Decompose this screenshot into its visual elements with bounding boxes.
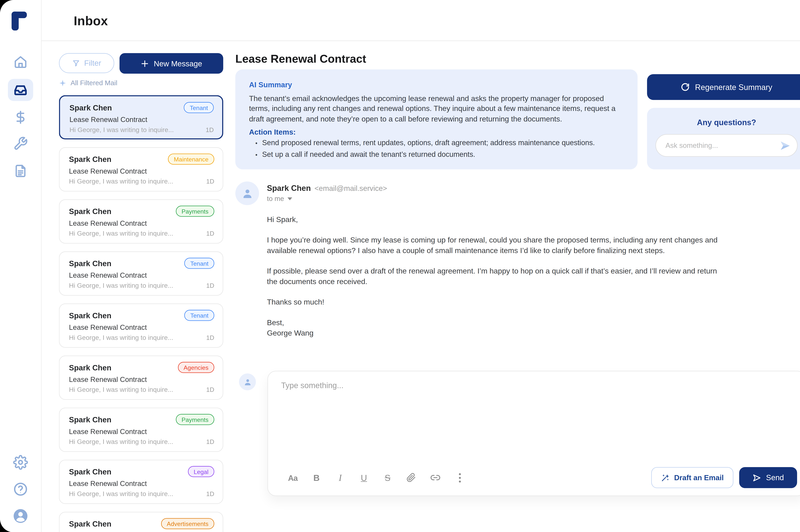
ai-summary-heading: AI Summary [249,80,623,89]
attachment-icon[interactable] [406,471,416,484]
bullet-icon: • [255,150,257,159]
email-time: 1D [206,178,214,185]
italic-button[interactable]: I [335,471,345,484]
email-list-item[interactable]: Spark Chen Tenant Lease Renewal Contract… [59,95,223,139]
email-snippet: Hi George, I was writing to inquire... [69,178,173,185]
help-icon[interactable] [13,481,28,497]
maintenance-icon[interactable] [13,136,28,151]
inbox-icon[interactable] [13,82,28,97]
email-subject: Lease Renewal Contract [69,428,214,436]
thread-title: Lease Renewal Contract [235,53,366,66]
plus-icon [141,59,149,68]
email-time: 1D [206,334,214,342]
settings-icon[interactable] [13,455,28,470]
draft-an-email-label: Draft an Email [674,473,724,482]
ask-send-button[interactable] [776,136,794,154]
ai-summary-panel: AI Summary The tenant’s email acknowledg… [235,69,638,169]
message-header: Spark Chen <email@mail.service> to me [267,184,387,202]
chevron-down-icon [287,197,292,200]
email-subject: Lease Renewal Contract [69,324,214,331]
email-snippet: Hi George, I was writing to inquire... [69,230,173,238]
user-avatar [239,374,256,390]
ai-summary-body: The tenant’s email acknowledges the upco… [249,94,622,124]
ask-input-wrap [656,134,798,157]
text-style-button[interactable]: Aa [288,471,297,484]
send-button[interactable]: Send [739,467,797,488]
email-subject: Lease Renewal Contract [69,271,214,280]
payments-icon[interactable] [13,110,28,125]
new-message-button[interactable]: New Message [120,53,223,74]
email-tag: Payments [176,206,214,217]
action-item-text: Send proposed renewal terms, rent update… [262,138,595,148]
email-list-item[interactable]: Spark Chen Agencies Lease Renewal Contra… [59,356,223,400]
email-subject: Lease Renewal Contract [69,376,214,384]
documents-icon[interactable] [13,164,28,178]
app-window: Inbox Filter New Message All Filtered Ma… [0,0,800,532]
email-snippet: Hi George, I was writing to inquire... [69,334,173,342]
strikethrough-button[interactable]: S [383,471,392,484]
email-list-item[interactable]: Spark Chen Legal Lease Renewal Contract … [59,460,223,504]
regenerate-summary-label: Regenerate Summary [695,83,772,92]
email-sender: Spark Chen [70,103,112,112]
email-tag: Maintenance [168,154,214,165]
bold-button[interactable]: B [312,471,321,484]
email-list-item[interactable]: Spark Chen Maintenance Lease Renewal Con… [59,147,223,191]
email-sender: Spark Chen [69,468,111,476]
email-subject: Lease Renewal Contract [69,480,214,488]
email-list-item[interactable]: Spark Chen Tenant Lease Renewal Contract… [59,304,223,348]
sparkle-icon [59,79,67,87]
email-subject: Lease Renewal Contract [70,116,214,124]
refresh-icon [681,83,690,92]
filter-button[interactable]: Filter [59,53,114,73]
email-tag: Advertisements [161,518,214,529]
email-snippet: Hi George, I was writing to inquire... [70,127,174,134]
page-title: Inbox [74,14,108,28]
header-divider [0,40,800,41]
all-filtered-mail-row[interactable]: All Filtered Mail [59,79,117,87]
action-item: • Set up a call if needed and await the … [249,150,623,159]
email-list-item[interactable]: Spark Chen Payments Lease Renewal Contra… [59,407,223,452]
email-snippet: Hi George, I was writing to inquire... [69,491,173,498]
action-item: • Send proposed renewal terms, rent upda… [249,138,623,148]
email-tag: Agencies [178,362,214,373]
draft-an-email-button[interactable]: Draft an Email [651,467,733,488]
email-time: 1D [206,491,214,498]
email-tag: Tenant [184,102,214,113]
filter-label: Filter [84,59,101,68]
email-time: 1D [205,127,214,134]
more-options-icon[interactable] [455,471,465,484]
sender-avatar [235,182,259,205]
send-label: Send [766,473,784,482]
email-sender: Spark Chen [69,519,111,528]
profile-icon[interactable] [13,508,29,524]
screen: Inbox Filter New Message All Filtered Ma… [0,0,800,532]
email-subject: Lease Renewal Contract [69,168,214,175]
email-subject: Lease Renewal Contract [69,220,214,227]
compose-input[interactable] [281,381,786,449]
bullet-icon: • [255,138,257,148]
ask-input[interactable] [656,141,776,149]
questions-title: Any questions? [647,118,800,127]
email-tag: Legal [188,466,214,477]
email-tag: Tenant [184,310,214,321]
email-list-item[interactable]: Spark Chen Tenant Lease Renewal Contract… [59,251,223,296]
sidebar [0,0,42,532]
sender-name: Spark Chen [267,184,311,192]
email-sender: Spark Chen [69,259,111,268]
email-list-item[interactable]: Spark Chen Payments Lease Renewal Contra… [59,200,223,244]
app-logo-icon[interactable] [11,11,31,31]
email-list-item[interactable]: Spark Chen Advertisements Lease Renewal … [59,512,223,532]
all-filtered-mail-label: All Filtered Mail [71,79,117,87]
action-item-text: Set up a call if needed and await the te… [262,150,475,159]
link-icon[interactable] [430,471,441,484]
regenerate-summary-button[interactable]: Regenerate Summary [647,74,800,100]
underline-button[interactable]: U [359,471,369,484]
email-sender: Spark Chen [69,311,111,320]
compose-toolbar: Aa B I U S [288,471,465,484]
home-icon[interactable] [13,55,28,69]
email-snippet: Hi George, I was writing to inquire... [69,438,173,446]
questions-panel: Any questions? [647,108,800,169]
email-sender: Spark Chen [69,155,111,164]
send-plane-icon [752,473,761,482]
recipient-row[interactable]: to me [267,194,387,202]
